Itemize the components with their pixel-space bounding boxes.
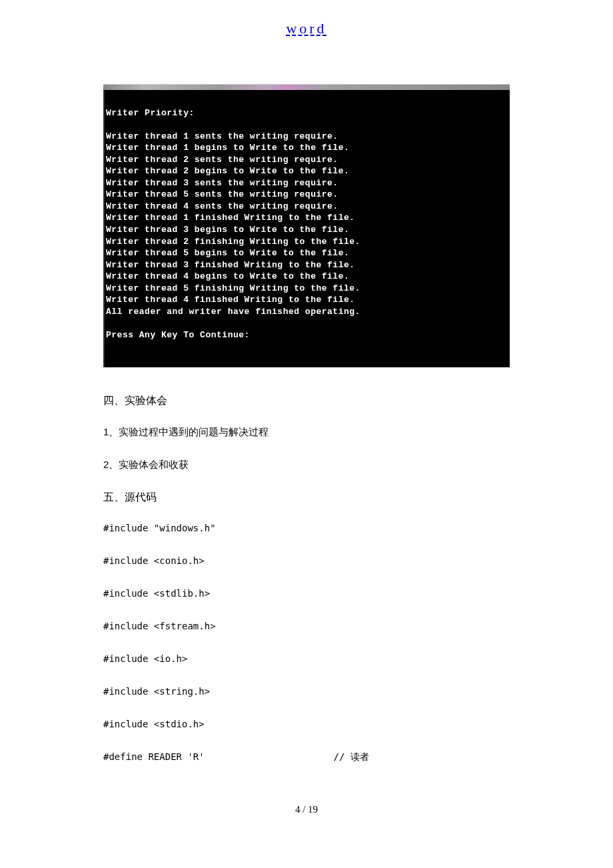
section-heading-5: 五、源代码: [103, 489, 510, 505]
terminal-line: Press Any Key To Continue:: [106, 330, 250, 340]
terminal-line: Writer thread 3 sents the writing requir…: [106, 178, 338, 188]
section-heading-4: 四、实验体会: [103, 393, 510, 409]
terminal-line: Writer thread 3 finished Writing to the …: [106, 260, 355, 270]
code-line: #include "windows.h": [103, 521, 510, 535]
terminal-line: Writer thread 4 sents the writing requir…: [106, 201, 338, 211]
terminal-output: Writer Priority: Writer thread 1 sents t…: [103, 90, 510, 367]
code-line: #include <conio.h>: [103, 554, 510, 568]
terminal-line: Writer Priority:: [106, 108, 195, 118]
terminal-screenshot: Writer Priority: Writer thread 1 sents t…: [103, 84, 510, 367]
terminal-line: All reader and writer have finished oper…: [106, 307, 360, 317]
code-line: #define READER 'R' // 读者: [103, 750, 510, 764]
document-body: 四、实验体会 1、实验过程中遇到的问题与解决过程 2、实验体会和收获 五、源代码…: [103, 393, 510, 764]
document-page: word Writer Priority: Writer thread 1 se…: [0, 0, 613, 849]
code-line: #include <stdio.h>: [103, 717, 510, 731]
terminal-line: Writer thread 1 sents the writing requir…: [106, 131, 338, 141]
paragraph-1: 1、实验过程中遇到的问题与解决过程: [103, 425, 510, 440]
terminal-line: Writer thread 2 finishing Writing to the…: [106, 237, 360, 247]
terminal-line: Writer thread 1 finished Writing to the …: [106, 213, 355, 223]
terminal-line: Writer thread 5 begins to Write to the f…: [106, 248, 349, 258]
terminal-line: Writer thread 5 sents the writing requir…: [106, 189, 338, 199]
page-number: 4 / 19: [103, 804, 510, 815]
terminal-line: Writer thread 2 begins to Write to the f…: [106, 166, 349, 176]
terminal-line: Writer thread 2 sents the writing requir…: [106, 155, 338, 165]
terminal-line: Writer thread 4 begins to Write to the f…: [106, 271, 349, 281]
page-header: word: [103, 20, 510, 37]
code-line: #include <io.h>: [103, 652, 510, 666]
code-line: #include <string.h>: [103, 685, 510, 699]
paragraph-2: 2、实验体会和收获: [103, 457, 510, 473]
word-link[interactable]: word: [286, 20, 326, 37]
terminal-titlebar: [103, 84, 510, 90]
terminal-line: Writer thread 3 begins to Write to the f…: [106, 225, 349, 235]
code-line: #include <stdlib.h>: [103, 587, 510, 601]
terminal-line: Writer thread 4 finished Writing to the …: [106, 295, 355, 305]
terminal-line: Writer thread 1 begins to Write to the f…: [106, 143, 349, 153]
code-line: #include <fstream.h>: [103, 619, 510, 633]
terminal-line: Writer thread 5 finishing Writing to the…: [106, 283, 360, 293]
